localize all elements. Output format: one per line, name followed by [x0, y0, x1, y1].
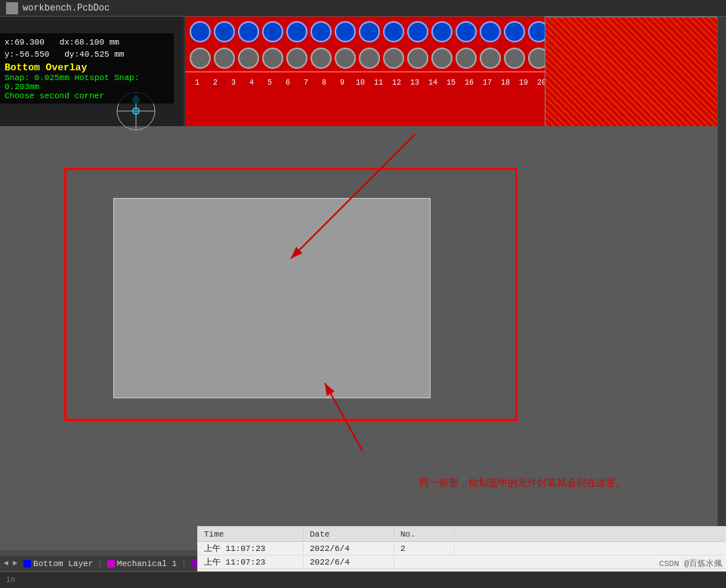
main-drawing[interactable]: 同一矩形，你划选中的元件封装就会到在这里。 [0, 126, 726, 550]
pin-19: 19 [514, 79, 533, 87]
component-circle [431, 48, 453, 69]
component-circle [431, 21, 453, 42]
title-bar: workbench.PcbDoc [0, 0, 726, 17]
log-no-1: 2 [394, 544, 455, 553]
csdn-watermark: CSDN @百炼水佩 [659, 558, 722, 569]
component-circle [262, 21, 283, 42]
component-circle [335, 21, 356, 42]
scrollbar-right[interactable] [717, 17, 726, 526]
component-circle [190, 21, 211, 42]
snap-info: Snap: 0.025mm Hotspot Snap: 0.203mm [5, 73, 169, 91]
log-panel: Time Date No. 上午 11:07:23 2022/6/4 2 上午 … [197, 526, 726, 571]
pin-13: 13 [406, 79, 424, 87]
component-circle [407, 48, 428, 69]
log-time-2: 上午 11:07:23 [198, 556, 304, 568]
component-circle [286, 48, 307, 69]
component-circle [504, 48, 525, 69]
log-row: 上午 11:07:23 2022/6/4 [198, 556, 726, 569]
component-circle [359, 21, 380, 42]
component-circle [310, 48, 332, 69]
pin-1: 1 [188, 79, 206, 87]
window-title: workbench.PcbDoc [23, 3, 110, 14]
pin-4: 4 [243, 79, 261, 87]
log-time-1: 上午 11:07:23 [198, 543, 304, 554]
layer-label-mechanical1: Mechanical 1 [117, 559, 177, 568]
pin-8: 8 [315, 79, 333, 87]
component-circle [214, 21, 235, 42]
component-circle [190, 48, 211, 69]
app-icon [6, 2, 18, 14]
status-text: in [0, 576, 21, 584]
pin-3: 3 [224, 79, 243, 87]
component-circle [262, 48, 283, 69]
pin-17: 17 [478, 79, 496, 87]
log-date-2: 2022/6/4 [304, 558, 394, 567]
component-circle [238, 21, 259, 42]
component-circle [480, 21, 501, 42]
corner-info: Choose second corner [5, 91, 169, 101]
coord-y: y:-56.550 dy:40.525 mm [5, 48, 169, 60]
component-circle [456, 21, 477, 42]
component-circle [238, 48, 259, 69]
pin-15: 15 [442, 79, 460, 87]
component-circle [359, 48, 380, 69]
log-date-1: 2022/6/4 [304, 544, 394, 553]
component-circle [504, 21, 525, 42]
annotation-text: 同一矩形，你划选中的元件封装就会到在这里。 [419, 476, 626, 490]
component-circle [480, 48, 501, 69]
pin-6: 6 [279, 79, 297, 87]
info-panel: x:69.300 dx:68.100 mm y:-56.550 dy:40.52… [0, 33, 174, 104]
layer-label-bottom-layer: Bottom Layer [33, 559, 93, 568]
pin-2: 2 [206, 79, 224, 87]
status-bar: in [0, 571, 726, 588]
overlay-label: Bottom Overlay [5, 62, 169, 73]
component-circle [383, 21, 404, 42]
component-circle [456, 48, 477, 69]
pin-18: 18 [496, 79, 514, 87]
log-col-time: Time [198, 530, 304, 539]
component-circle [335, 48, 356, 69]
layer-nav-back[interactable]: ◄ [2, 559, 11, 568]
component-circle [310, 21, 332, 42]
layer-item-bottom-layer[interactable]: Bottom Layer [20, 559, 97, 568]
log-col-no: No. [394, 530, 455, 539]
pin-14: 14 [424, 79, 442, 87]
pin-5: 5 [261, 79, 279, 87]
pin-11: 11 [369, 79, 388, 87]
coord-x: x:69.300 dx:68.100 mm [5, 36, 169, 48]
component-circle [214, 48, 235, 69]
pin-7: 7 [297, 79, 315, 87]
pin-12: 12 [388, 79, 406, 87]
pin-10: 10 [351, 79, 369, 87]
log-header: Time Date No. [198, 527, 726, 542]
log-row: 上午 11:07:23 2022/6/4 2 [198, 542, 726, 556]
pin-16: 16 [460, 79, 478, 87]
component-boundary-rect [113, 198, 431, 398]
component-circle [407, 21, 428, 42]
layer-item-mechanical1[interactable]: Mechanical 1 [103, 559, 181, 568]
pin-9: 9 [333, 79, 351, 87]
log-col-date: Date [304, 530, 394, 539]
component-circle [286, 21, 307, 42]
layer-nav-forward[interactable]: ► [11, 559, 20, 568]
component-circle [383, 48, 404, 69]
pcb-canvas[interactable]: x:69.300 dx:68.100 mm y:-56.550 dy:40.52… [0, 17, 726, 550]
